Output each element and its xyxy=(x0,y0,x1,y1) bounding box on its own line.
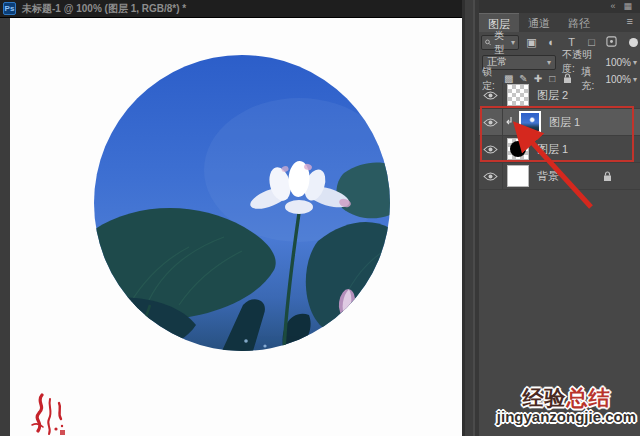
panel-header: « ▦ xyxy=(479,0,640,13)
search-icon xyxy=(485,38,491,47)
layer-row-layer2[interactable]: 图层 2 xyxy=(479,82,640,109)
opacity-value: 100% xyxy=(605,57,631,68)
chevron-down-icon: ▾ xyxy=(511,38,515,47)
filter-toggle-icon[interactable] xyxy=(629,38,638,47)
eye-icon xyxy=(483,118,498,127)
filter-type-dropdown[interactable]: 类型 ▾ xyxy=(481,35,519,50)
shape-filter-icon[interactable]: □ xyxy=(585,37,598,48)
layer-thumbnail-photo[interactable] xyxy=(519,111,541,133)
layer-thumbnail-black-circle[interactable] xyxy=(507,138,529,160)
layer-name[interactable]: 图层 2 xyxy=(537,88,568,103)
layer-row-background[interactable]: 背景 xyxy=(479,163,640,190)
panel-grid-icon[interactable]: ▦ xyxy=(623,2,632,11)
smart-object-filter-icon[interactable] xyxy=(605,36,618,49)
document-tab[interactable]: 未标题-1 @ 100% (图层 1, RGB/8*) * xyxy=(22,2,186,16)
layers-list: 图层 2 图层 1 xyxy=(479,82,640,190)
image-filter-icon[interactable]: ▣ xyxy=(525,37,538,48)
type-filter-icon[interactable]: T xyxy=(565,37,578,48)
photoshop-logo-icon: Ps xyxy=(3,2,16,15)
watermark-title-dark: 经验 xyxy=(522,386,566,409)
titlebar: Ps 未标题-1 @ 100% (图层 1, RGB/8*) * xyxy=(0,0,479,18)
layer-thumbnail-transparent[interactable] xyxy=(507,84,529,106)
chevron-down-icon: ▾ xyxy=(633,58,637,67)
photoshop-window: Ps 未标题-1 @ 100% (图层 1, RGB/8*) * xyxy=(0,0,640,436)
layer-row-layer1-photo[interactable]: 图层 1 xyxy=(479,109,640,136)
eye-icon xyxy=(483,91,498,100)
opacity-dropdown[interactable]: 100% ▾ xyxy=(605,57,637,68)
panel-menu-icon[interactable]: ≡ xyxy=(627,13,640,32)
red-calligraphy-signature xyxy=(26,393,72,436)
layer-row-circle[interactable]: 图层 1 xyxy=(479,136,640,163)
layer-thumbnail-background[interactable] xyxy=(507,165,529,187)
visibility-toggle[interactable] xyxy=(479,163,503,189)
collapse-panels-icon[interactable]: « xyxy=(610,2,615,11)
visibility-toggle[interactable] xyxy=(479,82,503,108)
document-canvas[interactable] xyxy=(10,18,462,436)
visibility-toggle[interactable] xyxy=(479,109,503,135)
adjustment-filter-icon[interactable]: ◐ xyxy=(545,37,558,48)
tab-channels[interactable]: 通道 xyxy=(519,13,559,32)
watermark-url: jingyanzongjie.com xyxy=(497,409,636,425)
tab-paths[interactable]: 路径 xyxy=(559,13,599,32)
layer-filter-row: 类型 ▾ ▣ ◐ T □ xyxy=(479,33,640,52)
clipping-mask-arrow-icon xyxy=(505,117,515,127)
panel-divider xyxy=(462,0,479,436)
layers-panel: « ▦ 图层 通道 路径 ≡ 类型 ▾ ▣ ◐ T □ xyxy=(479,0,640,436)
smart-object-glyph-icon xyxy=(606,36,617,47)
watermark-title: 经验总结 xyxy=(497,387,636,409)
background-lock-icon xyxy=(603,171,612,182)
blend-mode-row: 正常 ▾ 不透明度: 100% ▾ xyxy=(479,53,640,71)
visibility-toggle[interactable] xyxy=(479,136,503,162)
eye-icon xyxy=(483,172,498,181)
layer-name[interactable]: 背景 xyxy=(537,169,559,184)
eye-icon xyxy=(483,145,498,154)
watermark: 经验总结 jingyanzongjie.com xyxy=(497,387,636,425)
circular-lotus-image xyxy=(94,55,390,351)
watermark-title-red: 总结 xyxy=(566,386,610,409)
layer-name[interactable]: 图层 1 xyxy=(537,142,568,157)
chevron-down-icon: ▾ xyxy=(547,58,551,67)
layer-name[interactable]: 图层 1 xyxy=(549,115,580,130)
window-left-edge xyxy=(0,18,10,436)
